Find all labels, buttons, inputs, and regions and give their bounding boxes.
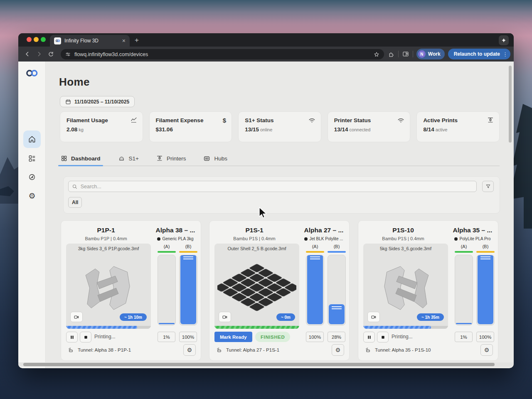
printer-status-text: Printing... [94,334,116,340]
sidebar-item-settings[interactable]: ⚙ [23,187,41,204]
sidebar-item-home[interactable] [23,131,41,148]
tank-b-percent: 100% [476,332,494,342]
hub-name: Alpha 35 – ... [446,227,499,234]
stat-printer-status: Printer Status 13/14connected [328,111,411,142]
pause-icon [367,335,372,340]
filament-tank [455,255,473,325]
pause-button[interactable] [363,332,375,342]
gear-icon: ⚙ [187,347,192,353]
site-settings-icon[interactable] [65,51,71,57]
tank-b: (B) [476,244,495,325]
print-progress-fill [214,326,299,329]
toolbar-separator [413,51,413,57]
search-box[interactable] [68,181,477,192]
profile-label: Work [428,51,441,57]
date-range-picker[interactable]: 11/10/2025 – 11/10/2025 [60,96,135,107]
camera-button[interactable] [70,312,83,322]
mouse-cursor [258,207,268,219]
hub-name: Alpha 27 – ... [298,227,350,234]
tank-a-percent: 1% [455,332,473,342]
camera-button[interactable] [219,312,231,322]
tank-a-percent: 1% [158,332,175,342]
stats-row: Filament Usage 2.08kg Filament Expense $… [60,111,500,142]
printer-model: Bambu P1S | 0.4mm [358,236,448,241]
close-window-button[interactable] [27,37,32,42]
hub-name: Alpha 38 – ... [149,227,202,234]
tank-b-percent: 100% [179,332,197,342]
relaunch-to-update-button[interactable]: Relaunch to update ⋮ [448,49,510,59]
tank-b: (B) [328,244,346,325]
calendar-icon [65,99,71,105]
print-file-name: Outer Shell 2_5 B.gcode.3mf [214,246,299,251]
stop-button[interactable] [377,332,389,342]
extensions-icon[interactable] [388,51,395,58]
tank-slot-color [455,251,473,253]
filter-button[interactable] [482,181,494,192]
hub-filament: PolyLite PLA Pro [444,236,501,241]
card-settings-button[interactable]: ⚙ [480,344,493,356]
filter-chip-all[interactable]: All [68,197,82,208]
print-model-render [217,259,296,317]
horizontal-scrollbar-thumb[interactable] [23,363,495,366]
vertical-scrollbar[interactable] [509,66,512,143]
search-input[interactable] [81,184,473,190]
tab-title: Infinity Flow 3D [64,38,122,44]
tab-dashboard[interactable]: Dashboard [60,151,101,165]
tab-hubs[interactable]: Hubs [202,151,228,165]
card-settings-button[interactable]: ⚙ [183,344,196,356]
date-range-label: 11/10/2025 – 11/10/2025 [74,99,129,105]
address-bar[interactable]: flowq.infinityflow3d.com/devices [61,49,384,59]
forward-icon[interactable] [33,48,45,60]
hub-filament: Generic PLA 3kg [147,236,204,241]
sidebar-item-explore[interactable] [23,168,41,186]
mark-ready-button[interactable]: Mark Ready [214,332,252,342]
print-progress-bar [214,326,299,329]
back-icon[interactable] [22,48,33,60]
browser-tab[interactable]: Infinity Flow 3D × [50,35,130,47]
filament-tank [158,255,176,325]
horizontal-scrollbar-track[interactable] [18,362,514,367]
wifi-icon [397,117,404,124]
printer-model: Bambu P1S | 0.4mm [209,236,299,241]
area-chart-icon [131,117,137,123]
filament-tank [306,255,324,325]
camera-button[interactable] [367,312,380,322]
gear-icon: ⚙ [335,347,341,353]
search-icon [72,184,78,190]
sidebar-item-devices[interactable] [23,150,41,167]
app-sidebar: ⚙ [18,62,46,368]
page-title: Home [59,76,90,89]
tunnel-info: Tunnel: Alpha 27 - P1S-1 [216,347,279,353]
tunnel-info: Tunnel: Alpha 35 - P1S-10 [365,347,431,353]
print-file-name: 3kg Sides 3_6 P1P.gcode.3mf [66,246,151,251]
printer-card: P1S-1 Bambu P1S | 0.4mm Alpha 27 – ... J… [209,220,350,361]
tab-close-icon[interactable]: × [122,38,126,44]
minimize-window-button[interactable] [34,37,39,42]
tank-a-percent: 100% [306,332,324,342]
tunnel-icon [68,347,74,353]
zoom-window-button[interactable] [41,37,46,42]
side-panel-icon[interactable] [402,50,409,58]
filament-tank-fill [329,304,345,324]
sparkle-icon[interactable] [499,35,509,45]
tunnel-icon [365,347,371,353]
card-settings-button[interactable]: ⚙ [332,344,344,356]
tab-printers[interactable]: Printers [155,151,187,165]
reload-icon[interactable] [45,48,57,60]
tank-a: (A) [455,244,473,325]
print-progress-bar [363,326,448,329]
time-remaining-badge: ~ 0m [276,313,295,321]
new-tab-button[interactable]: + [135,37,139,44]
bookmark-star-icon[interactable] [373,51,380,58]
filament-tank-fill [456,323,472,324]
tank-slot-color [306,251,324,253]
stop-button[interactable] [80,332,91,342]
kebab-menu-icon[interactable]: ⋮ [502,52,508,57]
finished-badge: FINISHED [255,332,290,342]
profile-chip[interactable]: N Work [416,49,445,59]
tab-s1[interactable]: S1+ [117,151,140,165]
pause-button[interactable] [66,332,78,342]
dashboard-grid-icon [61,155,67,162]
print-preview: Outer Shell 2_5 B.gcode.3mf [214,244,299,329]
camera-icon [371,314,377,320]
